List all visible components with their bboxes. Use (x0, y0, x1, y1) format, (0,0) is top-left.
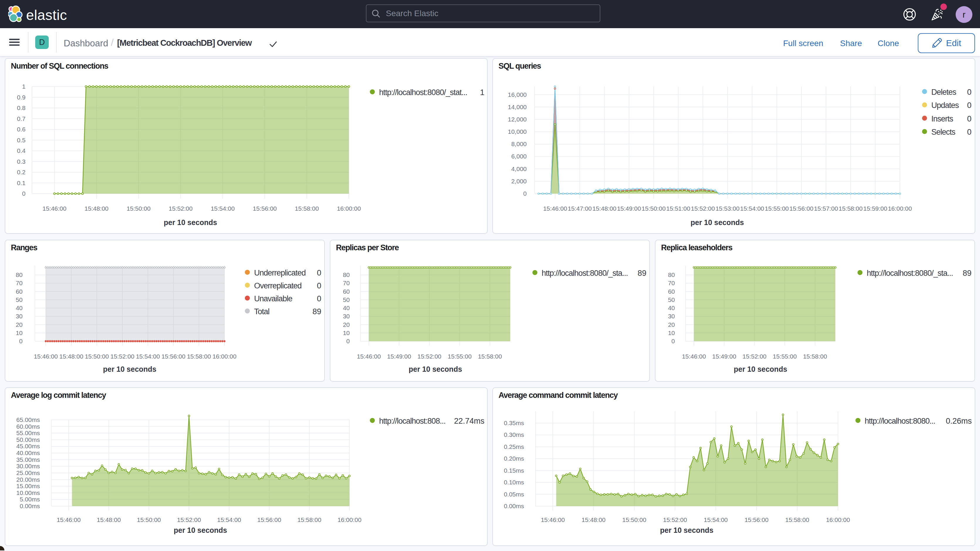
svg-text:22.74ms: 22.74ms (454, 417, 484, 425)
svg-text:60.00ms: 60.00ms (16, 423, 40, 430)
svg-text:0.30ms: 0.30ms (504, 431, 524, 438)
svg-text:10.00ms: 10.00ms (16, 489, 40, 496)
svg-text:89: 89 (963, 269, 972, 277)
svg-text:0.5: 0.5 (17, 137, 25, 143)
svg-text:http://localhost:8080/_stat...: http://localhost:8080/_stat... (379, 88, 467, 97)
svg-text:15:56:00: 15:56:00 (745, 516, 768, 523)
svg-text:http://localhost:808...: http://localhost:808... (379, 417, 445, 425)
svg-text:20: 20 (16, 321, 22, 328)
svg-text:per 10 seconds: per 10 seconds (174, 526, 227, 534)
svg-text:http://localhost:8080/_sta...: http://localhost:8080/_sta... (542, 269, 628, 277)
svg-text:70: 70 (16, 280, 22, 287)
svg-text:15:50:00: 15:50:00 (85, 353, 109, 360)
svg-text:Overreplicated: Overreplicated (254, 281, 302, 290)
svg-text:0: 0 (317, 268, 321, 277)
svg-text:60: 60 (668, 288, 675, 295)
svg-text:0: 0 (317, 294, 321, 303)
svg-text:70: 70 (343, 280, 350, 287)
svg-text:0: 0 (523, 190, 527, 197)
svg-text:1: 1 (22, 83, 25, 90)
svg-text:15.00ms: 15.00ms (16, 483, 40, 489)
svg-text:0: 0 (346, 338, 350, 344)
svg-text:15:49:00: 15:49:00 (617, 205, 641, 212)
svg-text:20: 20 (668, 321, 675, 328)
svg-text:0.10ms: 0.10ms (504, 479, 524, 486)
svg-text:15:49:00: 15:49:00 (712, 353, 736, 360)
svg-text:1: 1 (480, 88, 484, 97)
svg-text:80: 80 (343, 271, 350, 278)
svg-text:per 10 seconds: per 10 seconds (103, 365, 156, 373)
svg-text:15:48:00: 15:48:00 (84, 205, 108, 212)
svg-text:30: 30 (668, 313, 675, 320)
svg-text:Deletes: Deletes (931, 88, 956, 97)
svg-text:per 10 seconds: per 10 seconds (409, 365, 462, 373)
svg-text:15:54:00: 15:54:00 (217, 516, 241, 523)
svg-text:0.8: 0.8 (17, 104, 25, 111)
svg-text:15:54:00: 15:54:00 (740, 205, 764, 212)
svg-text:0.4: 0.4 (17, 147, 26, 154)
svg-text:Inserts: Inserts (931, 115, 953, 123)
svg-text:15:58:00: 15:58:00 (187, 353, 211, 360)
svg-text:15:55:00: 15:55:00 (773, 353, 797, 360)
svg-text:30.00ms: 30.00ms (16, 463, 40, 470)
svg-text:15:46:00: 15:46:00 (543, 205, 567, 212)
svg-text:15:50:00: 15:50:00 (622, 516, 646, 523)
svg-text:60: 60 (343, 288, 350, 295)
svg-text:Total: Total (254, 307, 269, 316)
svg-text:10,000: 10,000 (508, 128, 527, 135)
svg-text:55.00ms: 55.00ms (16, 430, 40, 436)
svg-text:0.25ms: 0.25ms (504, 443, 524, 450)
svg-text:8,000: 8,000 (511, 140, 527, 147)
svg-text:15:58:00: 15:58:00 (478, 353, 502, 360)
svg-text:0: 0 (317, 281, 321, 290)
svg-text:89: 89 (312, 307, 321, 316)
svg-text:50.00ms: 50.00ms (16, 436, 40, 443)
svg-text:per 10 seconds: per 10 seconds (164, 218, 217, 226)
svg-text:15:52:00: 15:52:00 (663, 516, 687, 523)
svg-text:40: 40 (343, 304, 350, 311)
svg-text:15:58:00: 15:58:00 (297, 516, 321, 523)
svg-text:16:00:00: 16:00:00 (337, 205, 361, 212)
svg-text:20.00ms: 20.00ms (16, 476, 40, 483)
svg-text:15:46:00: 15:46:00 (43, 205, 67, 212)
svg-text:0.9: 0.9 (17, 94, 25, 100)
svg-text:per 10 seconds: per 10 seconds (734, 365, 787, 373)
svg-text:0: 0 (967, 88, 972, 97)
svg-text:12,000: 12,000 (508, 116, 527, 123)
svg-text:0: 0 (967, 101, 972, 110)
svg-text:80: 80 (16, 271, 22, 278)
svg-text:15:54:00: 15:54:00 (211, 205, 235, 212)
svg-text:16:00:00: 16:00:00 (826, 516, 850, 523)
svg-text:15:50:00: 15:50:00 (642, 205, 666, 212)
svg-text:15:46:00: 15:46:00 (541, 516, 565, 523)
svg-text:15:46:00: 15:46:00 (34, 353, 58, 360)
svg-text:15:51:00: 15:51:00 (667, 205, 690, 212)
svg-text:10: 10 (668, 330, 675, 336)
svg-text:0: 0 (671, 338, 675, 344)
svg-text:5.00ms: 5.00ms (20, 496, 40, 503)
svg-text:6,000: 6,000 (511, 153, 527, 159)
svg-text:15:56:00: 15:56:00 (161, 353, 185, 360)
svg-text:0: 0 (967, 115, 972, 123)
svg-text:15:50:00: 15:50:00 (126, 205, 151, 212)
svg-text:15:56:00: 15:56:00 (789, 205, 813, 212)
svg-text:15:49:00: 15:49:00 (387, 353, 411, 360)
svg-text:Updates: Updates (931, 101, 959, 110)
svg-text:Underreplicated: Underreplicated (254, 268, 306, 277)
svg-text:15:48:00: 15:48:00 (582, 516, 606, 523)
svg-text:40.00ms: 40.00ms (16, 449, 40, 456)
svg-text:25.00ms: 25.00ms (16, 470, 40, 476)
svg-text:15:58:00: 15:58:00 (838, 205, 862, 212)
svg-text:15:52:00: 15:52:00 (691, 205, 715, 212)
svg-text:10: 10 (343, 330, 350, 336)
svg-text:15:47:00: 15:47:00 (568, 205, 592, 212)
svg-text:0: 0 (967, 127, 972, 137)
svg-text:50: 50 (343, 296, 350, 303)
svg-text:15:48:00: 15:48:00 (59, 353, 83, 360)
svg-text:Selects: Selects (931, 127, 955, 137)
svg-text:14,000: 14,000 (508, 104, 527, 110)
svg-text:0.2: 0.2 (17, 169, 25, 175)
svg-text:40: 40 (16, 304, 22, 311)
svg-text:15:55:00: 15:55:00 (765, 205, 789, 212)
svg-text:15:52:00: 15:52:00 (743, 353, 767, 360)
